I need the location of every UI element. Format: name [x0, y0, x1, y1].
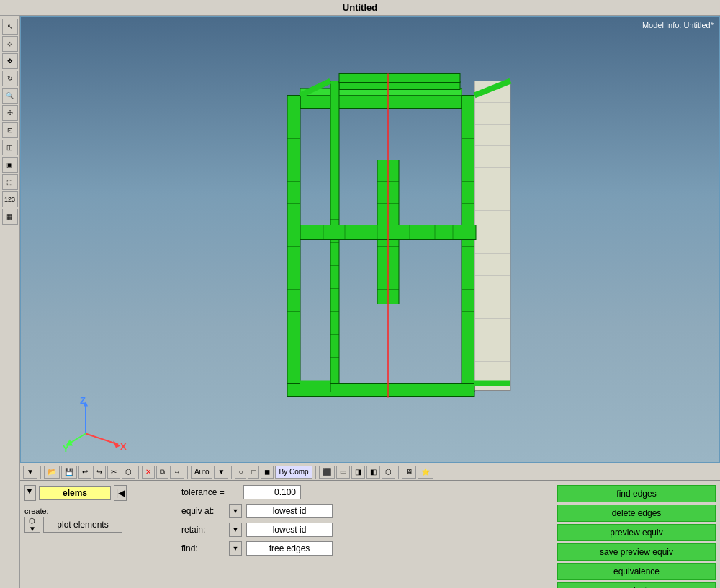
- toolbar-icon-label[interactable]: 123: [2, 191, 18, 207]
- toolbar-auto-btn[interactable]: Auto: [191, 466, 213, 479]
- app-title: Untitled: [343, 2, 377, 13]
- find-dropdown[interactable]: ▼: [229, 541, 242, 556]
- toolbar-monitor-btn[interactable]: 🖥: [402, 466, 416, 479]
- equiv-at-value[interactable]: lowest id: [246, 504, 333, 518]
- equiv-at-row: equiv at: ▼ lowest id: [181, 504, 552, 518]
- cp-left: ▼ elems |◀ create: ⬡▼ plot elements: [24, 485, 168, 584]
- svg-rect-0: [287, 96, 474, 109]
- toolbar-edge-btn[interactable]: ◧: [366, 466, 380, 479]
- model-info: Model Info: Untitled*: [642, 21, 714, 30]
- toolbar-auto-dropdown[interactable]: ▼: [214, 466, 228, 479]
- svg-line-85: [86, 434, 118, 445]
- toolbar-render2-btn[interactable]: ◼: [261, 466, 274, 479]
- auto-label: Auto: [194, 468, 210, 476]
- toolbar-circle-btn[interactable]: ○: [235, 466, 246, 479]
- toolbar-cut-btn[interactable]: ✂: [107, 466, 120, 479]
- bottom-toolbar: ▼ 📂 💾 ↩ ↪ ✂ ⬡ ✕ ⧉ ↔ Auto ▼ ○ □ ◼ By Comp: [20, 463, 720, 480]
- find-value[interactable]: free edges: [246, 541, 333, 556]
- retain-value[interactable]: lowest id: [246, 523, 333, 537]
- entity-next-btn[interactable]: |◀: [114, 485, 127, 501]
- retain-dropdown[interactable]: ▼: [229, 523, 242, 537]
- toolbar-icon-view[interactable]: ◫: [2, 140, 18, 155]
- entity-row: ▼ elems |◀: [24, 485, 168, 501]
- toolbar-open-btn[interactable]: 📂: [44, 466, 60, 479]
- plot-elements-button[interactable]: plot elements: [43, 517, 122, 533]
- svg-rect-44: [474, 81, 510, 391]
- retain-label: retain:: [181, 525, 225, 535]
- toolbar-star-btn[interactable]: ⭐: [418, 466, 433, 479]
- toolbar-icon-zoom[interactable]: 🔍: [2, 88, 18, 104]
- toolbar-wire-btn[interactable]: ▭: [336, 466, 350, 479]
- toolbar-icon-pan[interactable]: ☩: [2, 105, 18, 121]
- toolbar-icon-move[interactable]: ✥: [2, 53, 18, 69]
- find-row: find: ▼ free edges: [181, 541, 552, 556]
- find-label: find:: [181, 543, 225, 553]
- toolbar-box-btn[interactable]: □: [248, 466, 259, 479]
- svg-rect-59: [330, 384, 474, 392]
- toolbar-icon-arrow[interactable]: ↖: [2, 19, 18, 35]
- toolbar-icon-shading[interactable]: ▣: [2, 157, 18, 173]
- toolbar-mesh-btn[interactable]: ⬡: [122, 466, 135, 479]
- save-preview-equiv-button[interactable]: save preview equiv: [557, 543, 716, 561]
- toolbar-save-btn[interactable]: 💾: [61, 466, 77, 479]
- find-edges-button[interactable]: find edges: [557, 485, 716, 502]
- toolbar-cube-btn[interactable]: ⬛: [319, 466, 335, 479]
- toolbar-copy-btn[interactable]: ⧉: [156, 466, 168, 479]
- svg-text:Y: Y: [63, 443, 69, 454]
- equiv-at-label: equiv at:: [181, 506, 225, 516]
- toolbar-undo-btn[interactable]: ↩: [78, 466, 91, 479]
- svg-rect-58: [339, 74, 460, 83]
- control-panel: ▼ elems |◀ create: ⬡▼ plot elements tole…: [20, 480, 720, 588]
- svg-text:X: X: [120, 441, 127, 452]
- toolbar-bycomp-btn[interactable]: By Comp: [275, 466, 312, 479]
- toolbar-pts-btn[interactable]: ⬡: [382, 466, 395, 479]
- tolerance-label: tolerance =: [181, 487, 239, 497]
- create-label: create:: [24, 507, 168, 515]
- retain-row: retain: ▼ lowest id: [181, 523, 552, 537]
- tolerance-row: tolerance = 0.100: [181, 485, 552, 499]
- tolerance-value[interactable]: 0.100: [243, 485, 301, 499]
- equivalence-button[interactable]: equivalence: [557, 563, 716, 580]
- toolbar-icon-select[interactable]: ⊹: [2, 36, 18, 52]
- toolbar-icon-render[interactable]: ▦: [2, 209, 18, 225]
- left-toolbar: ↖ ⊹ ✥ ↻ 🔍 ☩ ⊡ ◫ ▣ ⬚ 123 ▦: [0, 16, 20, 588]
- svg-text:Z: Z: [80, 395, 86, 406]
- toolbar-icon-rotate[interactable]: ↻: [2, 71, 18, 86]
- create-dropdown[interactable]: ⬡▼: [24, 517, 40, 533]
- by-comp-label: By Comp: [279, 468, 308, 476]
- toolbar-menu-btn[interactable]: ▼: [23, 466, 37, 479]
- cp-middle: tolerance = 0.100 equiv at: ▼ lowest id …: [174, 485, 552, 584]
- reject-button[interactable]: reject: [557, 582, 716, 588]
- toolbar-delete-btn[interactable]: ✕: [142, 466, 155, 479]
- equiv-at-dropdown[interactable]: ▼: [229, 504, 242, 518]
- create-section: create: ⬡▼ plot elements: [24, 507, 168, 533]
- toolbar-icon-fit[interactable]: ⊡: [2, 122, 18, 138]
- svg-marker-86: [113, 441, 120, 448]
- preview-equiv-button[interactable]: preview equiv: [557, 524, 716, 541]
- toolbar-shade-btn[interactable]: ◨: [351, 466, 365, 479]
- cp-right: find edges delete edges preview equiv sa…: [557, 485, 716, 584]
- entity-label: elems: [39, 486, 111, 500]
- toolbar-icon-wireframe[interactable]: ⬚: [2, 174, 18, 190]
- delete-edges-button[interactable]: delete edges: [557, 505, 716, 522]
- create-row: ⬡▼ plot elements: [24, 517, 168, 533]
- toolbar-move2-btn[interactable]: ↔: [170, 466, 184, 479]
- entity-dropdown[interactable]: ▼: [24, 485, 36, 501]
- viewport[interactable]: Model Info: Untitled*: [20, 16, 720, 463]
- title-bar: Untitled: [0, 0, 720, 16]
- toolbar-redo-btn[interactable]: ↪: [93, 466, 106, 479]
